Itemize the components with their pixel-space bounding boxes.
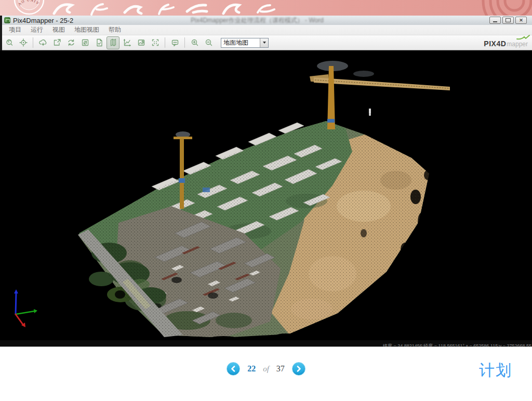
close-icon: ✕: [519, 18, 523, 23]
reprocess-icon: [66, 38, 76, 47]
window-title: Pix4Dmapper - 25-2: [13, 17, 73, 24]
mosaic-editor-icon: [137, 38, 146, 47]
map-view-icon: [109, 38, 118, 47]
raycloud-button[interactable]: [121, 36, 134, 49]
toolbar-separator: [33, 37, 33, 48]
status-bar: 纬度 = 24.8821456;经度 = 118.565161° x = 652…: [0, 340, 532, 347]
pix4d-app-icon: [4, 17, 10, 23]
index-calculator-button[interactable]: [149, 36, 162, 49]
cloud-upload-icon: [38, 38, 48, 47]
quality-report-button[interactable]: [92, 36, 105, 49]
menu-project[interactable]: 项目: [4, 24, 26, 35]
menu-process[interactable]: 运行: [26, 24, 48, 35]
focus-target-button[interactable]: [17, 36, 30, 49]
toolbar-separator: [184, 37, 185, 48]
cloud-upload-button[interactable]: [36, 36, 49, 49]
pan-zoom-button[interactable]: [3, 36, 16, 49]
3d-viewport[interactable]: [0, 50, 532, 340]
toolbar-separator: [165, 37, 165, 48]
menu-help[interactable]: 帮助: [104, 24, 126, 35]
map-type-value: 地面地图: [221, 38, 260, 47]
zoom-in-icon: [190, 38, 200, 47]
total-page-number: 37: [276, 364, 285, 373]
minimize-button[interactable]: [489, 17, 501, 24]
window-left-edge: [0, 16, 2, 50]
comment-button[interactable]: [168, 36, 181, 49]
maximize-button[interactable]: [502, 17, 514, 24]
banner-rings-decoration: [444, 0, 532, 16]
reprocess-button[interactable]: [64, 36, 77, 49]
local-processing-icon: [81, 38, 90, 47]
pix4d-logo-suffix: mapper: [507, 41, 528, 48]
slide-banner: AO UNIV: [0, 0, 532, 16]
calligraphy-strokes: [47, 0, 296, 16]
new-project-button[interactable]: [50, 36, 63, 49]
page-separator: of: [263, 365, 269, 373]
zoom-in-button[interactable]: [188, 36, 201, 49]
close-button[interactable]: ✕: [515, 17, 527, 24]
mosaic-editor-button[interactable]: [135, 36, 148, 49]
toolbar: 地面地图: [0, 35, 532, 50]
index-calculator-icon: [151, 38, 160, 47]
chevron-left-icon: [231, 366, 236, 372]
local-processing-button[interactable]: [78, 36, 91, 49]
pix4d-logo-text: PIX4D: [484, 39, 506, 48]
raycloud-icon: [123, 38, 132, 47]
next-page-button[interactable]: [292, 362, 305, 376]
zoom-out-button[interactable]: [202, 36, 215, 49]
new-project-icon: [52, 38, 62, 47]
minimize-icon: [493, 21, 497, 22]
axis-triad-icon: [14, 289, 37, 327]
current-page-number: 22: [247, 364, 256, 373]
map-type-dropdown[interactable]: 地面地图: [221, 38, 269, 48]
university-seal: AO UNIV: [6, 0, 50, 16]
right-crane: [310, 61, 450, 129]
background-word-window-title: Pix4Dmapper作业处理流程（课程模式） - Word: [179, 16, 335, 25]
pan-zoom-icon: [5, 38, 14, 47]
slide-section-label: 计划: [479, 360, 512, 381]
pix4d-logo-swoosh: [516, 35, 530, 40]
quality-report-icon: [95, 38, 104, 47]
coordinates-readout: 纬度 = 24.8821456;经度 = 118.565161° x = 652…: [383, 343, 532, 347]
point-cloud-render: [0, 50, 532, 340]
map-view-button[interactable]: [107, 36, 119, 49]
dropdown-arrow-icon[interactable]: [260, 38, 268, 47]
menu-mapview[interactable]: 地图视图: [70, 24, 104, 35]
maximize-icon: [506, 18, 511, 22]
page-navigation: 22 of 37: [0, 362, 532, 376]
window-controls: ✕: [489, 17, 527, 24]
menu-bar: 项目 运行 视图 地图视图 帮助: [0, 25, 532, 35]
pix4d-logo: PIX4D mapper: [484, 38, 528, 48]
menu-view[interactable]: 视图: [48, 24, 70, 35]
focus-target-icon: [19, 38, 28, 47]
previous-page-button[interactable]: [227, 362, 240, 376]
zoom-out-icon: [204, 38, 214, 47]
chevron-right-icon: [296, 366, 301, 372]
comment-icon: [170, 38, 180, 47]
